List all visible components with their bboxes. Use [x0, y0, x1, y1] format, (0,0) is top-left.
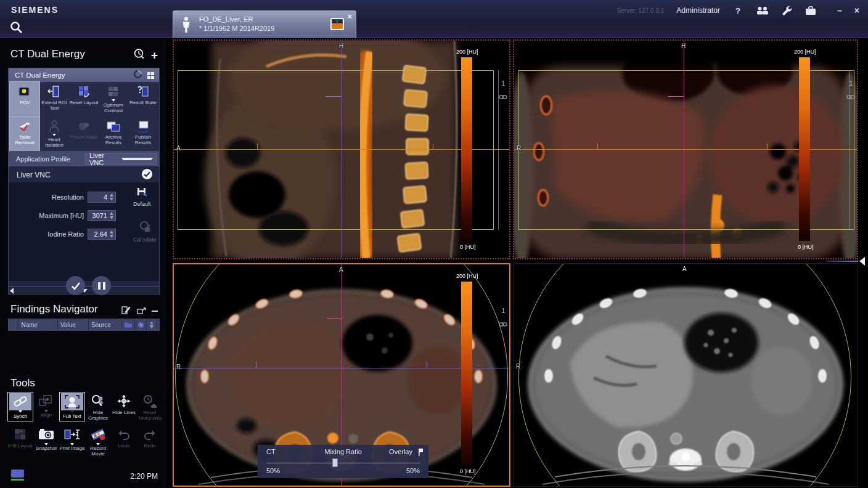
tool-publish-results[interactable]: Publish Results — [128, 116, 158, 151]
tool-reset-layout[interactable]: Reset Layout — [69, 82, 99, 116]
detach-panel-icon[interactable] — [137, 306, 146, 317]
tools-title: Tools — [10, 377, 35, 389]
viewport-axial-ct[interactable]: A R — [513, 263, 858, 487]
stack-index-label: 1 — [849, 80, 853, 87]
folder-icon — [124, 322, 133, 328]
tool-heart-isolation[interactable]: Heart Isolation — [39, 116, 69, 151]
tool-extend-roi-text[interactable]: Extend ROI Text — [39, 82, 69, 116]
tool-print-image[interactable]: Print Image — [59, 425, 85, 457]
spin-down-icon[interactable] — [110, 198, 113, 201]
tool-hide-graphics[interactable]: Hide Graphics — [85, 392, 111, 421]
dropdown-caret-icon — [52, 134, 56, 136]
findings-col-source[interactable]: Source — [89, 319, 121, 331]
tool-label: Hide Lines — [112, 410, 136, 415]
patient-tab-close-button[interactable]: × — [347, 12, 352, 21]
pin-icon[interactable] — [418, 447, 424, 458]
panel-prev-arrow-icon[interactable] — [10, 288, 14, 294]
calculate-button: Calculate — [133, 221, 157, 243]
tool-result-state[interactable]: Result State — [128, 82, 158, 116]
findings-col-creator[interactable] — [147, 319, 157, 331]
tool-label: Publish Results — [128, 134, 158, 145]
optimum-contrast-icon — [105, 84, 121, 99]
iodine-ratio-input[interactable]: 2.64 — [88, 229, 116, 240]
tool-redo: Redo — [137, 425, 163, 457]
briefcase-icon[interactable] — [805, 5, 816, 16]
crosshair-horizontal[interactable] — [174, 368, 509, 368]
findings-col-name[interactable]: Name — [18, 319, 57, 331]
minimize-button[interactable]: – — [837, 6, 842, 15]
spin-up-icon[interactable] — [110, 230, 113, 234]
edit-findings-icon[interactable] — [121, 306, 131, 317]
camera-icon — [35, 426, 57, 443]
tool-hide-lines[interactable]: Hide Lines — [111, 392, 137, 421]
full-text-icon — [61, 393, 83, 410]
tool-label: Table Removal — [10, 134, 39, 145]
fov-rectangle[interactable] — [178, 70, 494, 230]
mixing-ratio-slider-handle[interactable] — [332, 458, 338, 467]
resolution-input[interactable]: 4 — [88, 192, 116, 203]
tool-label: Heart Isolation — [39, 137, 69, 148]
help-button[interactable]: ? — [732, 5, 743, 16]
findings-col-folder[interactable] — [121, 319, 134, 331]
series-thumbnail-icon[interactable] — [330, 18, 344, 30]
tool-label: Edit Layout — [8, 443, 33, 449]
add-step-button[interactable]: + — [151, 50, 158, 61]
table-removal-icon — [17, 119, 33, 134]
maximum-hu-label: Maximum [HU] — [9, 212, 84, 219]
patient-details: * 1/1/1962 M 2014R2019 — [199, 25, 274, 32]
close-button[interactable]: × — [854, 6, 859, 15]
calculate-icon — [139, 221, 151, 235]
tool-synch[interactable]: Synch — [7, 392, 33, 421]
viewport-sagittal-fused[interactable]: H A 200 [HU] 0 [HU] 1 — [173, 39, 510, 259]
tool-label: Result State — [129, 100, 157, 105]
maximum-hu-input[interactable]: 3071 — [88, 210, 116, 221]
default-button[interactable]: Default — [133, 187, 151, 207]
spin-down-icon[interactable] — [110, 216, 113, 219]
findings-col-time[interactable] — [135, 319, 146, 331]
tool-optimum-contrast[interactable]: Optimum Contrast — [99, 82, 128, 116]
wrench-icon[interactable] — [782, 5, 793, 16]
resolution-row: Resolution 4 — [9, 191, 116, 203]
tool-archive-results[interactable]: Archive Results — [99, 116, 128, 151]
orientation-marker-top: H — [681, 43, 686, 49]
section-complete-check-icon[interactable] — [141, 168, 153, 182]
pause-step-button[interactable] — [92, 276, 111, 295]
liver-vnc-section-header[interactable]: Liver VNC — [9, 168, 159, 182]
panel-title: CT Dual Energy — [15, 71, 133, 79]
collapse-panel-arrow-icon[interactable] — [859, 257, 865, 266]
patient-tab[interactable]: FO_DE_Liver, ER * 1/1/1962 M 2014R2019 × — [173, 10, 356, 38]
findings-col-value[interactable]: Value — [58, 319, 88, 331]
search-button[interactable] — [9, 20, 24, 35]
tool-table-removal[interactable]: Table Removal — [10, 116, 39, 151]
confirm-step-button[interactable] — [66, 276, 85, 295]
connection-status-widget[interactable] — [11, 470, 24, 478]
tool-label: Align — [41, 412, 52, 418]
mixing-ratio-slider-track[interactable] — [266, 463, 420, 463]
tool-full-text[interactable]: Full Text — [59, 392, 85, 421]
topbar-right-group: Server: 127.0.0.1 Administrator ? – × — [617, 4, 859, 17]
spin-up-icon[interactable] — [110, 212, 113, 215]
tool-record-movie[interactable]: Record Movie — [85, 425, 111, 457]
mixing-left-value: 50% — [266, 467, 280, 474]
reset-layout-icon — [76, 84, 92, 99]
spin-down-icon[interactable] — [110, 235, 113, 238]
tool-fov[interactable]: FOV — [10, 82, 39, 116]
section-title: Liver VNC — [17, 171, 141, 179]
orientation-marker-left: A — [176, 145, 181, 152]
tool-snapshot[interactable]: Snapshot — [33, 425, 59, 457]
viewport-divider-line — [826, 261, 858, 262]
panel-header[interactable]: CT Dual Energy — [9, 68, 159, 82]
crosshair-horizontal[interactable] — [174, 149, 509, 150]
fov-circle[interactable] — [518, 263, 851, 487]
pause-icon — [98, 282, 105, 290]
application-profile-select[interactable]: Liver VNC — [85, 153, 157, 165]
history-icon[interactable] — [133, 48, 145, 62]
users-icon[interactable] — [756, 5, 769, 16]
tool-label: Snapshot — [36, 445, 57, 451]
layout-grid-icon[interactable] — [147, 72, 154, 79]
viewport-coronal-fused[interactable]: H R 200 [HU] 0 [HU] 1 — [513, 39, 858, 259]
busy-spinner-icon — [133, 70, 142, 81]
collapse-panel-icon[interactable] — [152, 311, 158, 312]
spin-up-icon[interactable] — [110, 193, 113, 197]
workflow-title: CT Dual Energy — [10, 48, 85, 60]
